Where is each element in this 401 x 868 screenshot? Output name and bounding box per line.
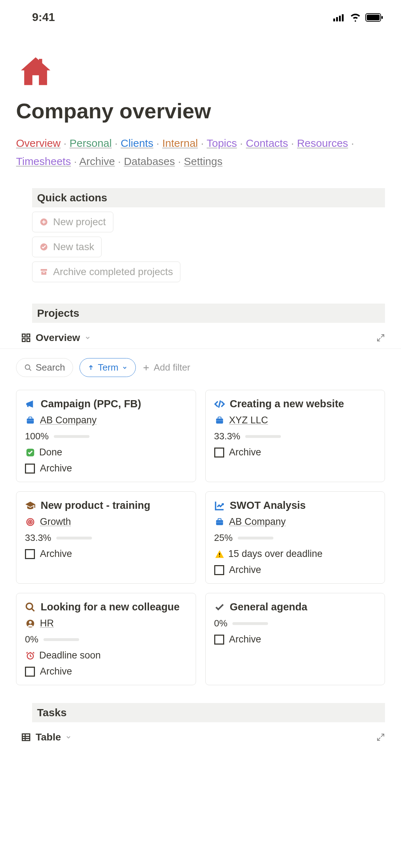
nav-link-personal[interactable]: Personal [70, 137, 112, 149]
projects-view-button[interactable]: Overview [21, 332, 91, 343]
card-sub-link[interactable]: AB Company [229, 516, 286, 527]
expand-icon[interactable] [376, 733, 385, 742]
card-archive-row[interactable]: Archive [25, 666, 187, 677]
projects-view-label: Overview [36, 332, 80, 343]
archive-label: Archive [40, 666, 72, 677]
card-sub-link[interactable]: AB Company [40, 415, 97, 426]
project-card[interactable]: Campaign (PPC, FB) AB Company 100% Done … [16, 390, 196, 482]
warning-icon [214, 549, 225, 559]
svg-rect-26 [216, 522, 223, 522]
card-progress: 100% [25, 431, 187, 442]
checkbox-icon [214, 565, 224, 575]
checkbox-icon [25, 549, 35, 559]
chevron-down-icon [65, 734, 72, 740]
nav-link-clients[interactable]: Clients [120, 137, 153, 149]
project-card[interactable]: New product - training Growth 33.3% Arch… [16, 491, 196, 584]
chart-up-icon [214, 500, 225, 511]
project-card[interactable]: Creating a new website XYZ LLC 33.3% Arc… [205, 390, 385, 482]
term-filter-button[interactable]: Term [79, 358, 136, 377]
progress-percent: 25% [214, 532, 233, 543]
chevron-down-icon [84, 335, 91, 341]
plus-icon [142, 364, 150, 372]
briefcase-icon [214, 517, 225, 527]
nav-separator: · [288, 137, 297, 149]
archive-label: Archive [229, 634, 261, 645]
new-task-button[interactable]: New task [32, 237, 102, 257]
svg-rect-12 [22, 334, 25, 337]
card-title: SWOT Analysis [230, 500, 306, 511]
svg-rect-34 [22, 734, 30, 741]
svg-rect-15 [27, 339, 30, 341]
card-archive-row[interactable]: Archive [214, 634, 376, 645]
card-title-row: Looking for a new colleague [25, 601, 187, 613]
nav-link-archive[interactable]: Archive [79, 155, 115, 167]
checkbox-icon [25, 464, 35, 474]
card-status: 15 days over deadline [214, 548, 376, 559]
quick-actions-header: Quick actions [32, 188, 385, 207]
archive-icon [40, 268, 48, 276]
nav-separator: · [115, 155, 124, 167]
svg-rect-27 [219, 553, 220, 555]
progress-bar [54, 435, 89, 438]
nav-link-contacts[interactable]: Contacts [246, 137, 288, 149]
svg-rect-2 [339, 16, 341, 21]
nav-links: Overview · Personal · Clients · Internal… [16, 134, 385, 170]
svg-rect-28 [219, 556, 220, 557]
search-label: Search [36, 362, 65, 373]
archive-completed-projects-button[interactable]: Archive completed projects [32, 262, 180, 282]
svg-point-31 [29, 621, 32, 624]
nav-separator: · [348, 137, 354, 149]
nav-link-overview[interactable]: Overview [16, 137, 61, 149]
progress-percent: 100% [25, 431, 49, 442]
svg-rect-20 [216, 418, 223, 423]
card-title: Creating a new website [230, 398, 344, 410]
card-archive-row[interactable]: Archive [214, 447, 376, 458]
tasks-view-button[interactable]: Table [21, 732, 72, 743]
progress-bar [245, 435, 281, 438]
button-label: New task [53, 241, 94, 253]
new-project-button[interactable]: New project [32, 212, 113, 232]
status-label: Deadline soon [39, 650, 101, 661]
card-title: New product - training [41, 500, 150, 511]
svg-point-24 [30, 521, 31, 522]
card-subrow: AB Company [214, 516, 376, 527]
person-icon [25, 618, 36, 629]
project-card[interactable]: General agenda 0% Archive [205, 593, 385, 685]
card-sub-link[interactable]: Growth [40, 516, 71, 527]
tasks-view-selector: Table [0, 727, 401, 743]
nav-link-databases[interactable]: Databases [124, 155, 175, 167]
archive-label: Archive [229, 447, 261, 458]
checkbox-icon [214, 448, 224, 458]
card-progress: 25% [214, 532, 376, 543]
project-card[interactable]: Looking for a new colleague HR 0% Deadli… [16, 593, 196, 685]
nav-separator: · [71, 155, 79, 167]
add-filter-button[interactable]: Add filter [142, 362, 190, 373]
projects-header: Projects [32, 304, 385, 323]
card-subrow: Growth [25, 516, 187, 527]
nav-link-settings[interactable]: Settings [184, 155, 222, 167]
progress-percent: 0% [214, 618, 228, 629]
card-sub-link[interactable]: HR [40, 618, 54, 629]
card-title: Campaign (PPC, FB) [41, 398, 141, 410]
nav-link-topics[interactable]: Topics [207, 137, 237, 149]
nav-link-resources[interactable]: Resources [297, 137, 348, 149]
search-brown-icon [25, 602, 36, 613]
wifi-icon [350, 13, 361, 22]
check-green-icon [25, 447, 36, 458]
card-archive-row[interactable]: Archive [25, 548, 187, 559]
project-card[interactable]: SWOT Analysis AB Company 25% 15 days ove… [205, 491, 385, 584]
card-archive-row[interactable]: Archive [25, 463, 187, 474]
nav-link-internal[interactable]: Internal [162, 137, 198, 149]
expand-icon[interactable] [376, 334, 385, 342]
card-sub-link[interactable]: XYZ LLC [229, 415, 268, 426]
cellular-icon [333, 14, 345, 21]
svg-rect-0 [333, 19, 335, 21]
svg-rect-25 [216, 520, 223, 525]
search-button[interactable]: Search [16, 358, 73, 377]
card-title-row: Creating a new website [214, 398, 376, 410]
svg-rect-17 [27, 418, 34, 423]
page-title: Company overview [16, 99, 385, 123]
nav-link-timesheets[interactable]: Timesheets [16, 155, 71, 167]
card-subrow: XYZ LLC [214, 415, 376, 426]
card-archive-row[interactable]: Archive [214, 564, 376, 575]
